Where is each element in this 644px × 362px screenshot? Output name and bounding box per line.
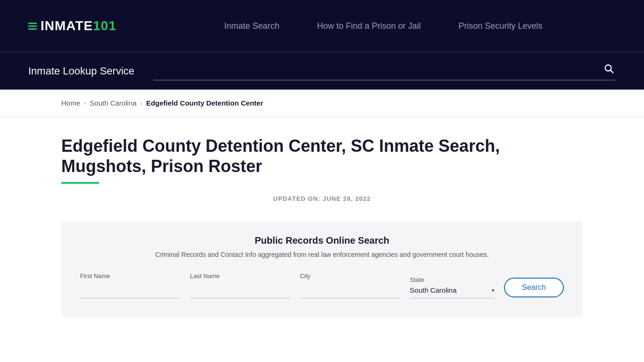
first-name-label: First Name [80, 272, 181, 280]
title-underline [61, 182, 99, 184]
search-box-title: Public Records Online Search [80, 235, 564, 246]
first-name-field: First Name [80, 272, 181, 298]
top-nav: INMATE101 Inmate Search How to Find a Pr… [0, 0, 644, 52]
city-input[interactable] [300, 282, 400, 298]
updated-label: UPDATED ON: JUNE 28, 2022 [61, 195, 583, 202]
nav-links: Inmate Search How to Find a Prison or Ja… [151, 21, 616, 31]
logo-text: INMATE101 [41, 18, 116, 33]
last-name-field: Last Name [190, 272, 290, 298]
nav-how-to-find[interactable]: How to Find a Prison or Jail [317, 21, 421, 31]
search-submit-icon[interactable] [602, 61, 616, 78]
logo-icon [28, 23, 37, 30]
breadcrumb: Home › South Carolina › Edgefield County… [0, 90, 644, 117]
svg-line-1 [611, 70, 613, 73]
search-box: Public Records Online Search Criminal Re… [61, 221, 583, 317]
search-header: Inmate Lookup Service [0, 52, 644, 90]
city-label: City [300, 272, 400, 280]
page-title: Edgefield County Detention Center, SC In… [61, 136, 583, 176]
nav-inmate-search[interactable]: Inmate Search [224, 21, 279, 31]
search-form-row: First Name Last Name City State AlabamaA… [80, 272, 564, 298]
state-select[interactable]: AlabamaAlaskaArizonaArkansasCaliforniaCo… [410, 286, 492, 294]
first-name-input[interactable] [80, 282, 181, 298]
search-box-subtitle: Criminal Records and Contact Info aggreg… [80, 251, 564, 258]
main-content: Edgefield County Detention Center, SC In… [0, 117, 644, 336]
search-input[interactable] [153, 66, 602, 74]
state-select-wrapper: AlabamaAlaskaArizonaArkansasCaliforniaCo… [410, 286, 495, 298]
chevron-down-icon: ▾ [492, 287, 495, 294]
search-input-wrapper [153, 61, 616, 81]
breadcrumb-home[interactable]: Home [61, 99, 80, 107]
city-field: City [300, 272, 400, 298]
nav-security-levels[interactable]: Prison Security Levels [459, 21, 543, 31]
state-label: State [410, 276, 495, 283]
breadcrumb-chevron-2: › [140, 99, 142, 107]
breadcrumb-chevron-1: › [84, 99, 86, 107]
state-field: State AlabamaAlaskaArizonaArkansasCalifo… [410, 276, 495, 298]
breadcrumb-current: Edgefield County Detention Center [146, 99, 263, 107]
last-name-label: Last Name [190, 272, 290, 280]
search-button[interactable]: Search [504, 278, 564, 297]
site-logo[interactable]: INMATE101 [28, 18, 123, 33]
search-header-label: Inmate Lookup Service [28, 65, 134, 77]
breadcrumb-state[interactable]: South Carolina [90, 99, 136, 107]
last-name-input[interactable] [190, 282, 290, 298]
